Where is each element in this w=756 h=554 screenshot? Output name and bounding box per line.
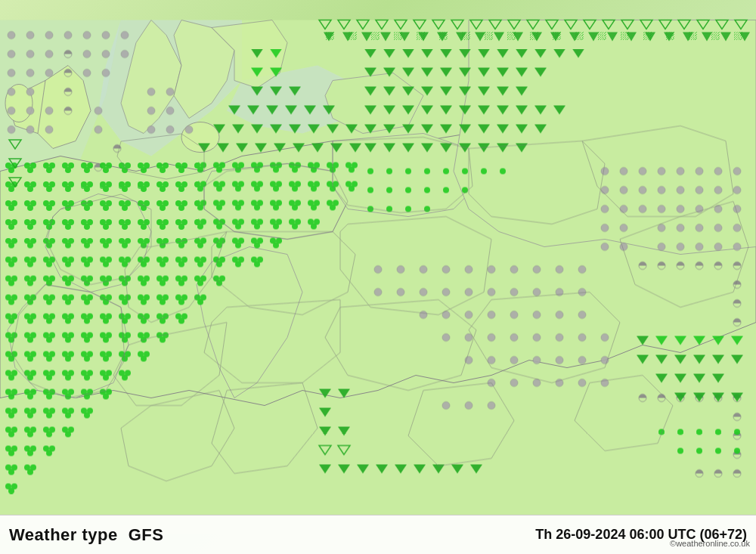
svg-point-254 [43, 219, 49, 225]
svg-point-551 [100, 370, 106, 376]
svg-point-643 [734, 429, 740, 435]
svg-point-234 [257, 200, 263, 206]
svg-point-144 [49, 181, 55, 187]
svg-point-525 [87, 351, 93, 357]
svg-point-471 [106, 314, 112, 320]
svg-point-275 [175, 219, 181, 225]
svg-point-360 [106, 257, 112, 263]
svg-point-251 [24, 219, 30, 225]
svg-point-210 [106, 200, 112, 206]
svg-point-329 [194, 238, 200, 244]
svg-point-270 [144, 219, 150, 225]
svg-point-773 [119, 184, 123, 189]
svg-point-143 [43, 181, 49, 187]
svg-point-384 [257, 257, 263, 263]
svg-point-266 [119, 219, 125, 225]
svg-point-611 [5, 465, 11, 471]
svg-point-371 [175, 257, 181, 263]
svg-point-540 [30, 370, 36, 376]
svg-point-258 [68, 219, 74, 225]
svg-point-603 [11, 446, 17, 452]
svg-point-308 [62, 238, 68, 244]
svg-point-224 [194, 200, 200, 206]
svg-point-396 [68, 276, 74, 282]
svg-point-332 [213, 238, 219, 244]
svg-point-416 [194, 276, 200, 282]
svg-point-516 [30, 351, 36, 357]
svg-point-257 [62, 219, 68, 225]
svg-point-86 [43, 162, 49, 169]
svg-point-230 [232, 200, 238, 206]
svg-point-549 [87, 370, 93, 376]
svg-point-566 [62, 389, 68, 395]
svg-point-536 [5, 370, 11, 376]
svg-point-468 [87, 314, 93, 320]
svg-point-164 [175, 181, 181, 187]
svg-point-96 [106, 162, 112, 169]
svg-point-600 [68, 427, 74, 433]
svg-point-113 [213, 162, 219, 169]
svg-point-293 [289, 219, 295, 225]
svg-point-225 [200, 200, 206, 206]
svg-point-131 [327, 162, 333, 169]
svg-point-365 [138, 257, 144, 263]
svg-point-435 [87, 295, 93, 301]
svg-point-287 [251, 219, 257, 225]
svg-point-306 [49, 238, 55, 244]
svg-point-641 [696, 429, 702, 435]
svg-point-431 [62, 295, 68, 301]
svg-point-195 [11, 200, 17, 206]
svg-point-488 [24, 333, 30, 339]
svg-point-501 [106, 333, 112, 339]
svg-point-575 [5, 408, 11, 414]
svg-point-294 [295, 219, 301, 225]
svg-point-312 [87, 238, 93, 244]
svg-point-179 [270, 181, 276, 187]
svg-point-741 [405, 169, 411, 175]
svg-point-242 [308, 200, 314, 206]
svg-point-572 [100, 389, 106, 395]
svg-point-567 [68, 389, 74, 395]
svg-point-602 [5, 446, 11, 452]
svg-point-615 [30, 465, 36, 471]
svg-point-299 [5, 238, 11, 244]
svg-point-347 [24, 257, 30, 263]
svg-point-378 [219, 257, 225, 263]
svg-point-80 [5, 162, 11, 169]
svg-point-83 [24, 162, 30, 169]
svg-point-350 [43, 257, 49, 263]
svg-point-162 [163, 181, 169, 187]
svg-point-213 [125, 200, 131, 206]
svg-point-756 [424, 206, 430, 212]
svg-point-92 [81, 162, 87, 169]
svg-point-246 [333, 200, 339, 206]
svg-point-587 [81, 408, 87, 414]
svg-point-317 [119, 238, 125, 244]
svg-point-249 [11, 219, 17, 225]
svg-point-204 [68, 200, 74, 206]
svg-point-578 [24, 408, 30, 414]
svg-point-276 [181, 219, 187, 225]
svg-point-89 [62, 162, 68, 169]
svg-point-588 [87, 408, 93, 414]
svg-point-320 [138, 238, 144, 244]
page-title: Weather type [9, 525, 118, 545]
svg-point-341 [270, 238, 276, 244]
svg-point-546 [68, 370, 74, 376]
svg-point-608 [43, 446, 49, 452]
svg-point-233 [251, 200, 257, 206]
svg-point-584 [62, 408, 68, 414]
svg-point-410 [156, 276, 163, 282]
svg-point-201 [49, 200, 55, 206]
svg-point-353 [62, 257, 68, 263]
svg-point-182 [289, 181, 295, 187]
svg-point-25 [0, 14, 3, 20]
svg-point-461 [43, 314, 49, 320]
info-bar: Weather type GFS Th 26-09-2024 06:00 UTC… [0, 515, 756, 554]
svg-point-459 [30, 314, 36, 320]
svg-point-467 [81, 314, 87, 320]
svg-point-772 [100, 184, 104, 189]
svg-point-218 [156, 200, 163, 206]
svg-point-380 [232, 257, 238, 263]
svg-point-455 [5, 314, 11, 320]
